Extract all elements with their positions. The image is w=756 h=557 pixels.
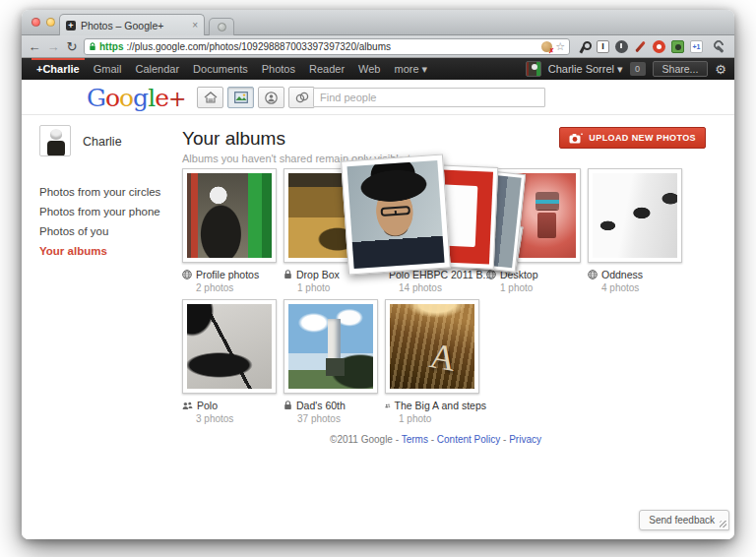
album-count: 14 photos <box>399 282 486 293</box>
album-thumbnail <box>390 304 474 389</box>
close-window-button[interactable] <box>32 18 40 27</box>
tab-close-icon[interactable]: × <box>192 21 198 31</box>
gear-icon[interactable]: ⚙ <box>715 63 726 76</box>
album-card[interactable]: Polo 3 photos <box>182 299 284 424</box>
album-name[interactable]: The Big A and steps <box>395 400 486 411</box>
sidebar-item-photos-from-circles[interactable]: Photos from your circles <box>39 182 179 202</box>
i-extension-icon[interactable]: I <box>597 40 609 53</box>
googleplus-header: Google+ <box>22 80 734 115</box>
album-name[interactable]: Profile photos <box>196 269 259 280</box>
people-icon <box>385 402 391 410</box>
people-icon <box>182 402 193 410</box>
record-extension-icon[interactable] <box>653 40 665 53</box>
sidebar: Charlie Photos from your circles Photos … <box>39 125 179 261</box>
share-button[interactable]: Share... <box>653 61 709 77</box>
album-count: 3 photos <box>196 413 284 424</box>
album-thumbnail <box>593 173 677 258</box>
plusone-extension-icon[interactable]: +1 <box>690 40 703 53</box>
album-count: 4 photos <box>601 282 689 293</box>
album-card[interactable]: The Big A and steps 1 photo <box>385 299 486 424</box>
album-thumbnail <box>187 304 272 389</box>
address-bar[interactable]: https ://plus.google.com/photos/10929888… <box>84 38 570 55</box>
album-name[interactable]: Dad's 60th <box>296 400 346 411</box>
globe-icon <box>182 270 192 279</box>
terms-link[interactable]: Terms <box>402 434 428 445</box>
album-count: 1 photo <box>399 413 486 424</box>
album-card[interactable]: Profile photos 2 photos <box>182 168 284 293</box>
titlebar: + Photos – Google+ × <box>22 10 734 35</box>
screwdriver-extension-icon[interactable] <box>634 40 647 53</box>
url-text: ://plus.google.com/photos/10929888700339… <box>126 41 391 52</box>
gbar-item-plus-charlie[interactable]: +Charlie <box>30 58 87 80</box>
reload-button[interactable]: ↻ <box>65 40 79 53</box>
ssl-lock-icon <box>89 42 96 51</box>
album-count: 1 photo <box>500 282 588 293</box>
albums-row-1: Profile photos 2 photos Drop Box 1 photo <box>182 168 689 293</box>
sidebar-item-photos-from-phone[interactable]: Photos from your phone <box>39 202 179 221</box>
profile-icon <box>265 92 278 104</box>
album-card[interactable]: Oddness 4 photos <box>588 168 689 293</box>
sidebar-user-name: Charlie <box>83 135 122 149</box>
browser-toolbar: ← → ↻ https ://plus.google.com/photos/10… <box>22 35 734 58</box>
user-name-menu[interactable]: Charlie Sorrel ▾ <box>548 63 623 76</box>
back-button[interactable]: ← <box>28 40 41 53</box>
background-tab-favicon <box>218 23 226 31</box>
album-name[interactable]: Oddness <box>601 269 643 280</box>
url-scheme: https <box>99 41 123 52</box>
gbar-item-documents[interactable]: Documents <box>186 58 255 80</box>
browser-tab[interactable]: + Photos – Google+ × <box>59 14 205 35</box>
chrome-menu-wrench-icon[interactable] <box>712 39 725 53</box>
album-count: 1 photo <box>297 282 385 293</box>
green-extension-icon[interactable] <box>671 40 684 53</box>
sidebar-item-photos-of-you[interactable]: Photos of you <box>39 221 179 241</box>
bookmark-star-icon[interactable]: ☆ <box>555 41 565 52</box>
home-icon <box>204 92 218 104</box>
user-avatar-large[interactable] <box>39 125 71 156</box>
content-policy-link[interactable]: Content Policy <box>437 434 500 445</box>
forward-button[interactable]: → <box>46 40 60 53</box>
privacy-link[interactable]: Privacy <box>509 434 541 445</box>
gbar-item-photos[interactable]: Photos <box>255 58 302 80</box>
globe-icon <box>588 270 598 279</box>
lock-icon <box>284 401 292 410</box>
stacked-photo-portrait[interactable] <box>341 155 451 276</box>
circles-nav-button[interactable] <box>288 87 315 108</box>
portrait-glasses <box>380 206 410 217</box>
notifications-badge[interactable]: 0 <box>630 62 646 76</box>
lock-icon <box>284 270 292 279</box>
camera-plus-icon <box>569 133 584 144</box>
clock-extension-icon[interactable] <box>615 40 628 53</box>
album-card[interactable]: Dad's 60th 37 photos <box>284 299 385 424</box>
album-name[interactable]: Polo <box>197 400 218 411</box>
cookie-blocked-icon[interactable] <box>541 41 552 52</box>
page-content: Charlie Photos from your circles Photos … <box>22 116 734 539</box>
key-extension-icon[interactable] <box>578 40 591 53</box>
album-thumbnail <box>187 173 272 258</box>
gbar-item-more[interactable]: more ▾ <box>387 58 434 80</box>
gbar-item-gmail[interactable]: Gmail <box>87 58 129 80</box>
home-nav-button[interactable] <box>197 87 223 108</box>
albums-main: Your albums Albums you haven't shared re… <box>182 116 708 445</box>
google-bar: +Charlie Gmail Calendar Documents Photos… <box>22 58 734 80</box>
upload-new-photos-button[interactable]: UPLOAD NEW PHOTOS <box>559 127 706 149</box>
album-count: 2 photos <box>196 282 284 293</box>
photos-nav-button[interactable] <box>227 87 254 108</box>
gbar-item-calendar[interactable]: Calendar <box>128 58 186 80</box>
user-avatar-small[interactable] <box>526 61 541 77</box>
album-name[interactable]: Drop Box <box>296 269 340 280</box>
page-footer: ©2011 Google - Terms - Content Policy - … <box>182 434 689 445</box>
album-thumbnail <box>288 304 373 389</box>
browser-window: + Photos – Google+ × ← → ↻ https ://plus… <box>22 10 734 539</box>
profile-nav-button[interactable] <box>258 87 284 108</box>
minimize-window-button[interactable] <box>46 18 55 27</box>
extension-icons: I +1 <box>578 40 703 53</box>
album-count: 37 photos <box>297 413 385 424</box>
globe-icon <box>486 270 496 279</box>
page-title: Your albums <box>182 128 285 150</box>
send-feedback-button[interactable]: Send feedback <box>639 510 729 530</box>
sidebar-item-your-albums[interactable]: Your albums <box>39 241 179 261</box>
gbar-item-reader[interactable]: Reader <box>302 58 351 80</box>
gbar-item-web[interactable]: Web <box>351 58 387 80</box>
search-input[interactable] <box>313 88 545 107</box>
background-tab[interactable] <box>209 18 234 35</box>
